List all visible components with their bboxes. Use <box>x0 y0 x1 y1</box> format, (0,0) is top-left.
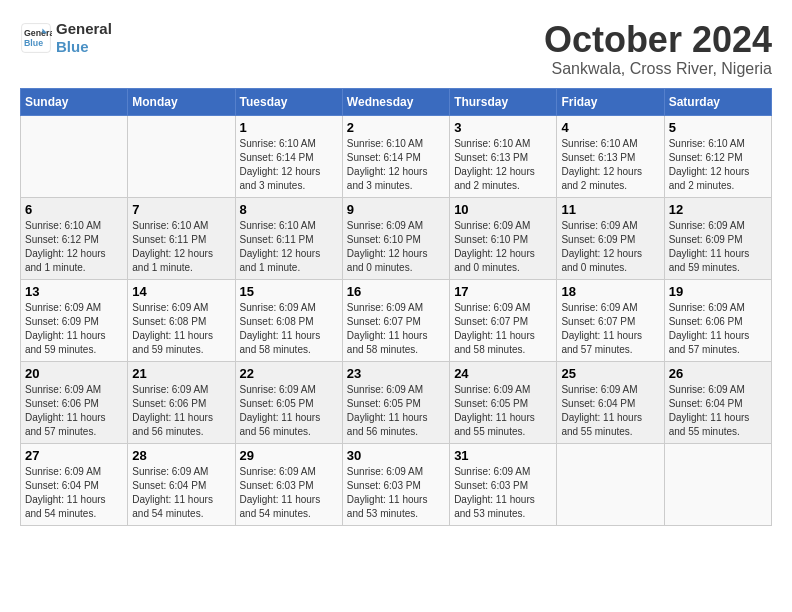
day-info: Sunrise: 6:10 AM Sunset: 6:12 PM Dayligh… <box>25 219 123 275</box>
day-info: Sunrise: 6:09 AM Sunset: 6:04 PM Dayligh… <box>561 383 659 439</box>
day-info: Sunrise: 6:09 AM Sunset: 6:06 PM Dayligh… <box>132 383 230 439</box>
calendar-cell: 13Sunrise: 6:09 AM Sunset: 6:09 PM Dayli… <box>21 279 128 361</box>
calendar-cell: 24Sunrise: 6:09 AM Sunset: 6:05 PM Dayli… <box>450 361 557 443</box>
calendar-cell: 8Sunrise: 6:10 AM Sunset: 6:11 PM Daylig… <box>235 197 342 279</box>
day-info: Sunrise: 6:10 AM Sunset: 6:12 PM Dayligh… <box>669 137 767 193</box>
calendar-week-row: 27Sunrise: 6:09 AM Sunset: 6:04 PM Dayli… <box>21 443 772 525</box>
location-subtitle: Sankwala, Cross River, Nigeria <box>544 60 772 78</box>
day-info: Sunrise: 6:10 AM Sunset: 6:14 PM Dayligh… <box>347 137 445 193</box>
day-number: 3 <box>454 120 552 135</box>
weekday-header: Friday <box>557 88 664 115</box>
calendar-cell: 14Sunrise: 6:09 AM Sunset: 6:08 PM Dayli… <box>128 279 235 361</box>
calendar-cell: 23Sunrise: 6:09 AM Sunset: 6:05 PM Dayli… <box>342 361 449 443</box>
day-number: 2 <box>347 120 445 135</box>
day-number: 31 <box>454 448 552 463</box>
day-info: Sunrise: 6:09 AM Sunset: 6:10 PM Dayligh… <box>347 219 445 275</box>
calendar-week-row: 20Sunrise: 6:09 AM Sunset: 6:06 PM Dayli… <box>21 361 772 443</box>
day-info: Sunrise: 6:09 AM Sunset: 6:05 PM Dayligh… <box>347 383 445 439</box>
day-info: Sunrise: 6:09 AM Sunset: 6:09 PM Dayligh… <box>561 219 659 275</box>
calendar-week-row: 1Sunrise: 6:10 AM Sunset: 6:14 PM Daylig… <box>21 115 772 197</box>
day-number: 25 <box>561 366 659 381</box>
calendar-cell: 9Sunrise: 6:09 AM Sunset: 6:10 PM Daylig… <box>342 197 449 279</box>
day-info: Sunrise: 6:09 AM Sunset: 6:10 PM Dayligh… <box>454 219 552 275</box>
calendar-cell: 31Sunrise: 6:09 AM Sunset: 6:03 PM Dayli… <box>450 443 557 525</box>
weekday-header: Monday <box>128 88 235 115</box>
calendar-cell: 11Sunrise: 6:09 AM Sunset: 6:09 PM Dayli… <box>557 197 664 279</box>
day-number: 21 <box>132 366 230 381</box>
day-info: Sunrise: 6:09 AM Sunset: 6:09 PM Dayligh… <box>25 301 123 357</box>
header: General Blue General Blue October 2024 S… <box>20 20 772 78</box>
calendar-cell: 6Sunrise: 6:10 AM Sunset: 6:12 PM Daylig… <box>21 197 128 279</box>
calendar-cell: 18Sunrise: 6:09 AM Sunset: 6:07 PM Dayli… <box>557 279 664 361</box>
logo-line1: General <box>56 20 112 37</box>
day-number: 17 <box>454 284 552 299</box>
weekday-header: Sunday <box>21 88 128 115</box>
calendar-cell: 29Sunrise: 6:09 AM Sunset: 6:03 PM Dayli… <box>235 443 342 525</box>
day-number: 13 <box>25 284 123 299</box>
calendar-cell: 1Sunrise: 6:10 AM Sunset: 6:14 PM Daylig… <box>235 115 342 197</box>
weekday-header: Tuesday <box>235 88 342 115</box>
calendar-cell <box>664 443 771 525</box>
calendar-table: SundayMondayTuesdayWednesdayThursdayFrid… <box>20 88 772 526</box>
calendar-cell: 30Sunrise: 6:09 AM Sunset: 6:03 PM Dayli… <box>342 443 449 525</box>
day-info: Sunrise: 6:09 AM Sunset: 6:05 PM Dayligh… <box>240 383 338 439</box>
day-info: Sunrise: 6:09 AM Sunset: 6:05 PM Dayligh… <box>454 383 552 439</box>
day-info: Sunrise: 6:09 AM Sunset: 6:08 PM Dayligh… <box>240 301 338 357</box>
title-area: October 2024 Sankwala, Cross River, Nige… <box>544 20 772 78</box>
svg-text:General: General <box>24 28 52 38</box>
day-info: Sunrise: 6:09 AM Sunset: 6:04 PM Dayligh… <box>25 465 123 521</box>
logo-line2: Blue <box>56 38 89 55</box>
weekday-header-row: SundayMondayTuesdayWednesdayThursdayFrid… <box>21 88 772 115</box>
day-number: 27 <box>25 448 123 463</box>
day-number: 18 <box>561 284 659 299</box>
day-number: 7 <box>132 202 230 217</box>
day-number: 30 <box>347 448 445 463</box>
weekday-header: Saturday <box>664 88 771 115</box>
calendar-cell: 4Sunrise: 6:10 AM Sunset: 6:13 PM Daylig… <box>557 115 664 197</box>
day-number: 12 <box>669 202 767 217</box>
day-info: Sunrise: 6:09 AM Sunset: 6:07 PM Dayligh… <box>347 301 445 357</box>
day-number: 14 <box>132 284 230 299</box>
day-number: 8 <box>240 202 338 217</box>
calendar-cell <box>557 443 664 525</box>
day-number: 20 <box>25 366 123 381</box>
day-info: Sunrise: 6:10 AM Sunset: 6:13 PM Dayligh… <box>454 137 552 193</box>
calendar-cell: 5Sunrise: 6:10 AM Sunset: 6:12 PM Daylig… <box>664 115 771 197</box>
calendar-cell: 25Sunrise: 6:09 AM Sunset: 6:04 PM Dayli… <box>557 361 664 443</box>
day-info: Sunrise: 6:09 AM Sunset: 6:08 PM Dayligh… <box>132 301 230 357</box>
calendar-cell: 3Sunrise: 6:10 AM Sunset: 6:13 PM Daylig… <box>450 115 557 197</box>
weekday-header: Wednesday <box>342 88 449 115</box>
day-number: 11 <box>561 202 659 217</box>
day-info: Sunrise: 6:09 AM Sunset: 6:03 PM Dayligh… <box>240 465 338 521</box>
day-info: Sunrise: 6:09 AM Sunset: 6:07 PM Dayligh… <box>454 301 552 357</box>
day-number: 1 <box>240 120 338 135</box>
logo: General Blue General Blue <box>20 20 112 56</box>
weekday-header: Thursday <box>450 88 557 115</box>
calendar-cell <box>128 115 235 197</box>
day-info: Sunrise: 6:09 AM Sunset: 6:09 PM Dayligh… <box>669 219 767 275</box>
calendar-cell: 16Sunrise: 6:09 AM Sunset: 6:07 PM Dayli… <box>342 279 449 361</box>
day-number: 23 <box>347 366 445 381</box>
calendar-cell: 10Sunrise: 6:09 AM Sunset: 6:10 PM Dayli… <box>450 197 557 279</box>
calendar-cell: 21Sunrise: 6:09 AM Sunset: 6:06 PM Dayli… <box>128 361 235 443</box>
day-info: Sunrise: 6:10 AM Sunset: 6:14 PM Dayligh… <box>240 137 338 193</box>
calendar-cell: 20Sunrise: 6:09 AM Sunset: 6:06 PM Dayli… <box>21 361 128 443</box>
day-number: 6 <box>25 202 123 217</box>
day-info: Sunrise: 6:10 AM Sunset: 6:11 PM Dayligh… <box>132 219 230 275</box>
calendar-cell: 22Sunrise: 6:09 AM Sunset: 6:05 PM Dayli… <box>235 361 342 443</box>
day-info: Sunrise: 6:09 AM Sunset: 6:04 PM Dayligh… <box>132 465 230 521</box>
day-number: 24 <box>454 366 552 381</box>
calendar-cell: 17Sunrise: 6:09 AM Sunset: 6:07 PM Dayli… <box>450 279 557 361</box>
calendar-cell: 2Sunrise: 6:10 AM Sunset: 6:14 PM Daylig… <box>342 115 449 197</box>
day-number: 5 <box>669 120 767 135</box>
day-info: Sunrise: 6:09 AM Sunset: 6:06 PM Dayligh… <box>669 301 767 357</box>
day-number: 28 <box>132 448 230 463</box>
day-info: Sunrise: 6:10 AM Sunset: 6:11 PM Dayligh… <box>240 219 338 275</box>
day-number: 29 <box>240 448 338 463</box>
day-number: 19 <box>669 284 767 299</box>
day-info: Sunrise: 6:09 AM Sunset: 6:07 PM Dayligh… <box>561 301 659 357</box>
day-number: 16 <box>347 284 445 299</box>
day-info: Sunrise: 6:09 AM Sunset: 6:04 PM Dayligh… <box>669 383 767 439</box>
logo-text-area: General Blue <box>56 20 112 56</box>
calendar-week-row: 13Sunrise: 6:09 AM Sunset: 6:09 PM Dayli… <box>21 279 772 361</box>
